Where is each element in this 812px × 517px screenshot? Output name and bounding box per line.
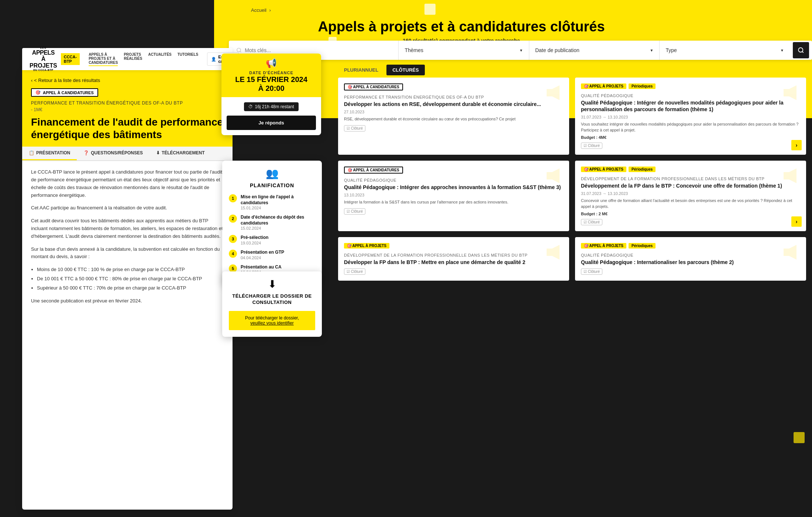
step-title-1: Mise en ligne de l'appel à candidatures bbox=[241, 194, 315, 206]
download-icon: ⬇ bbox=[229, 278, 315, 290]
search-button[interactable] bbox=[793, 42, 809, 58]
nav-links: APPELS À PROJETS ET À CANDIDATURES PROJE… bbox=[89, 52, 198, 66]
step-title-4: Présentation en GTP bbox=[241, 250, 315, 256]
tab-pluriannuel[interactable]: PLURIANNUEL bbox=[338, 65, 384, 75]
closed-badge: ☑ Clôturé bbox=[344, 268, 365, 275]
card-tag: 🎯 APPEL À CANDIDATURES bbox=[344, 167, 403, 174]
card-tag: 🎯 APPEL À PROJETS bbox=[344, 243, 389, 249]
search-input[interactable] bbox=[245, 47, 394, 53]
presentation-icon: 📋 bbox=[29, 150, 34, 155]
plan-steps: 1 Mise en ligne de l'appel à candidature… bbox=[229, 194, 315, 274]
card-tag: 🎯 APPEL À PROJETS bbox=[581, 167, 626, 172]
card-category: QUALITÉ PÉDAGOGIQUE bbox=[581, 93, 800, 98]
result-card[interactable]: 🎯 APPEL À CANDIDATURES PERFORMANCE ET TR… bbox=[338, 78, 569, 155]
nav-logo[interactable]: LES APPELS À PROJETS DU CCCA-BTP CCCA-BT… bbox=[30, 47, 80, 72]
card-megaphone-icon bbox=[545, 83, 563, 103]
tag-icon: 🎯 bbox=[35, 90, 41, 95]
svg-marker-9 bbox=[547, 245, 560, 260]
type-dropdown[interactable]: Type ▼ bbox=[660, 41, 790, 60]
step-date-4: 04.04.2024 bbox=[241, 256, 315, 260]
ccca-logo: CCCA-BTP bbox=[61, 53, 80, 65]
nav-link-tutoriels[interactable]: TUTORIELS bbox=[178, 52, 198, 66]
download-button[interactable]: Pour télécharger le dossier, veuillez vo… bbox=[229, 311, 315, 330]
tab-questions[interactable]: ❓ QUESTIONS/RÉPONSES bbox=[77, 147, 149, 160]
respond-button[interactable]: Je réponds bbox=[227, 116, 316, 130]
card-dates: 13.10.2023 bbox=[344, 193, 563, 197]
download-icon: ⬇ bbox=[156, 150, 160, 155]
closed-badge: ☑ Clôturé bbox=[581, 143, 602, 149]
dl-btn-link[interactable]: veuillez vous identifier bbox=[250, 321, 293, 326]
result-card[interactable]: 🎯 APPEL À PROJETS Périodiques DÉVELOPPEM… bbox=[575, 161, 806, 231]
card-megaphone-icon bbox=[782, 167, 800, 186]
themes-chevron-icon: ▼ bbox=[519, 48, 523, 52]
planification-icon: 👥 bbox=[229, 167, 315, 179]
card-dates: 27.10.2023 bbox=[344, 110, 563, 114]
closed-badge: ☑ Clôturé bbox=[344, 208, 365, 215]
plan-step-3: 3 Pré-sélection 19.03.2024 bbox=[229, 235, 315, 245]
card-title: Qualité Pédagogique : Intégrer des appro… bbox=[344, 184, 563, 191]
svg-line-1 bbox=[240, 51, 241, 52]
back-arrow-icon: ‹ bbox=[31, 78, 32, 83]
card-title: Développer les actions en RSE, développe… bbox=[344, 101, 563, 107]
card-desc: Intégrer la formation à la S&ST dans les… bbox=[344, 199, 563, 205]
date-dropdown[interactable]: Date de publication ▼ bbox=[529, 41, 660, 60]
card-desc: Vous souhaitez intégrer de nouvelles mod… bbox=[581, 121, 800, 133]
nav-link-appels[interactable]: APPELS À PROJETS ET À CANDIDATURES bbox=[89, 52, 118, 66]
card-arrow-icon[interactable]: › bbox=[791, 216, 802, 227]
step-num-3: 3 bbox=[229, 235, 237, 243]
questions-icon: ❓ bbox=[83, 150, 89, 155]
card-category: QUALITÉ PÉDAGOGIQUE bbox=[581, 253, 800, 257]
deadline-modal: 📢 Date d'échéance LE 15 FÉVRIER 2024 À 2… bbox=[221, 54, 321, 135]
step-content-4: Présentation en GTP 04.04.2024 bbox=[241, 250, 315, 260]
result-card[interactable]: 🎯 APPEL À CANDIDATURES QUALITÉ PÉDAGOGIQ… bbox=[338, 161, 569, 231]
nav-link-actualites[interactable]: ACTUALITÉS bbox=[148, 52, 171, 66]
tab-telechargement[interactable]: ⬇ TÉLÉCHARGEMENT bbox=[149, 147, 211, 160]
card-desc: Concevoir une offre de formation alliant… bbox=[581, 198, 800, 209]
filter-tabs: PLURIANNUEL CLÔTURÉS bbox=[332, 65, 812, 75]
themes-dropdown[interactable]: Thèmes ▼ bbox=[399, 41, 529, 60]
search-btn-icon bbox=[798, 47, 804, 54]
deadline-label: Date d'échéance bbox=[226, 71, 317, 75]
type-chevron-icon: ▼ bbox=[780, 48, 784, 52]
detail-title: Financement de l'audit de performance én… bbox=[31, 116, 224, 141]
logo-appels: LES APPELS À PROJETS DU CCCA-BTP bbox=[30, 47, 57, 72]
bullet-3: Supérieur à 50 000 € TTC : 70% de prise … bbox=[37, 284, 224, 292]
content-p4: Sur la base d'un devis annexé à la candi… bbox=[31, 246, 224, 261]
megaphone-icon: 📢 bbox=[226, 58, 317, 68]
card-category: PERFORMANCE ET TRANSITION ÉNERGÉTIQUE DE… bbox=[344, 95, 563, 99]
step-title-3: Pré-sélection bbox=[241, 235, 315, 241]
card-budget: Budget : 2 M€ bbox=[581, 212, 800, 216]
plan-step-4: 4 Présentation en GTP 04.04.2024 bbox=[229, 250, 315, 260]
result-card[interactable]: 🎯 APPEL À PROJETS DÉVELOPPEMENT DE LA FO… bbox=[338, 237, 569, 281]
back-label: < Retour à la liste des résultats bbox=[34, 78, 100, 83]
card-sub-tag: Périodiques bbox=[629, 167, 656, 172]
bullet-1: Moins de 10 000 € TTC : 100 % de prise e… bbox=[37, 266, 224, 274]
step-title-5: Présentation au CA bbox=[241, 264, 315, 270]
tab-presentation[interactable]: 📋 PRÉSENTATION bbox=[22, 147, 77, 160]
svg-marker-7 bbox=[547, 168, 560, 183]
card-tag: 🎯 APPEL À PROJETS bbox=[581, 83, 626, 89]
result-card[interactable]: 🎯 APPEL À PROJETS Périodiques QUALITÉ PÉ… bbox=[575, 237, 806, 281]
countdown-text: 16j 21h 48m restant bbox=[255, 104, 294, 109]
planification-panel: 👥 PLANIFICATION 1 Mise en ligne de l'app… bbox=[222, 161, 322, 285]
breadcrumb[interactable]: Accueil › bbox=[236, 7, 687, 13]
closed-badge: ☑ Clôturé bbox=[344, 125, 365, 131]
content-p5: Une seconde publication est prévue en fé… bbox=[31, 297, 224, 305]
dl-btn-text: Pour télécharger le dossier, bbox=[245, 315, 299, 321]
user-icon: 👤 bbox=[211, 57, 216, 62]
download-title: TÉLÉCHARGER LE DOSSIER DE CONSULTATION bbox=[229, 293, 315, 306]
deadline-body: ⏱ 16j 21h 48m restant Je réponds bbox=[221, 97, 321, 135]
result-card[interactable]: 🎯 APPEL À PROJETS Périodiques QUALITÉ PÉ… bbox=[575, 78, 806, 155]
svg-point-2 bbox=[798, 48, 803, 52]
step-num-2: 2 bbox=[229, 215, 237, 223]
tab-clotures[interactable]: CLÔTURÉS bbox=[386, 65, 425, 75]
step-content-1: Mise en ligne de l'appel à candidatures … bbox=[241, 194, 315, 210]
step-content-2: Date d'échéance du dépôt des candidature… bbox=[241, 215, 315, 230]
nav-link-projets[interactable]: PROJETS RÉALISÉS bbox=[124, 52, 142, 66]
step-title-2: Date d'échéance du dépôt des candidature… bbox=[241, 215, 315, 226]
step-num-1: 1 bbox=[229, 194, 237, 202]
card-arrow-icon[interactable]: › bbox=[791, 140, 802, 150]
back-link[interactable]: ‹ < Retour à la liste des résultats bbox=[31, 78, 224, 83]
detail-header: ‹ < Retour à la liste des résultats 🎯 AP… bbox=[22, 70, 233, 147]
main-title-area: Accueil › Appels à projets et à candidat… bbox=[236, 7, 687, 44]
